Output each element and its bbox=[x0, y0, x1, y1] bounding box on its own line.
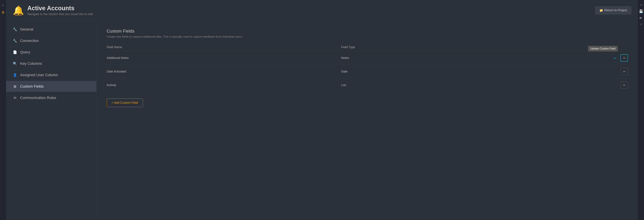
field-action-cell: → Update Custom Field ✏ bbox=[576, 51, 628, 65]
forward-icon[interactable]: ▶ bbox=[640, 16, 642, 20]
header: 🔔 Active Accounts Navigate to the sectio… bbox=[6, 0, 638, 20]
blue-arrow-annotation: → bbox=[612, 55, 617, 61]
add-custom-field-button[interactable]: + Add Custom Field bbox=[107, 99, 143, 107]
main-wrapper: 🔔 Active Accounts Navigate to the sectio… bbox=[6, 0, 638, 220]
section-header: Custom Fields Create new fields to captu… bbox=[107, 29, 628, 39]
wrench-icon: 🔧 bbox=[13, 27, 17, 31]
sidebar-item-label: Communication Rules bbox=[20, 96, 56, 100]
sidebar-item-key-columns[interactable]: 🔍 Key Columns bbox=[6, 58, 96, 69]
app-title: Active Accounts bbox=[27, 5, 94, 12]
custom-fields-table: Field Name Field Type Additional Notes N… bbox=[107, 44, 628, 92]
left-sidebar-strip: » ⊕ bbox=[0, 0, 6, 220]
section-description: Create new fields to capture additional … bbox=[107, 35, 628, 39]
header-text: Active Accounts Navigate to the section … bbox=[27, 5, 94, 16]
user-icon: 👤 bbox=[13, 73, 17, 77]
sidebar-item-query[interactable]: 📄 Query bbox=[6, 47, 96, 58]
wrench-icon-connection: 🔧 bbox=[13, 39, 17, 43]
sidebar-item-label: Connection bbox=[20, 39, 39, 43]
section-title: Custom Fields bbox=[107, 29, 628, 34]
edit-icon: ✏ bbox=[623, 84, 626, 87]
sidebar-item-label: Custom Fields bbox=[20, 84, 44, 89]
table-header-row: Field Name Field Type bbox=[107, 44, 628, 51]
field-type-header: Field Type bbox=[341, 44, 576, 51]
edit-field-button-2[interactable]: ✏ bbox=[620, 68, 628, 75]
table-icon: ⊞ bbox=[13, 84, 17, 88]
return-button-label: Return to Project bbox=[604, 9, 627, 12]
sidebar-item-custom-fields[interactable]: ⊞ Custom Fields bbox=[6, 81, 96, 92]
edit-icon: ✏ bbox=[623, 56, 626, 60]
sidebar-item-label: Assigned User Column bbox=[20, 73, 58, 77]
email-icon: ✉ bbox=[13, 96, 17, 100]
bell-icon: 🔔 bbox=[13, 6, 24, 15]
table-header: Field Name Field Type bbox=[107, 44, 628, 51]
sidebar-item-communication-rules[interactable]: ✉ Communication Rules bbox=[6, 92, 96, 103]
expand-icon[interactable]: » bbox=[2, 3, 4, 7]
field-type-cell: Notes bbox=[341, 51, 576, 65]
field-type-cell: List bbox=[341, 78, 576, 92]
field-name-cell: Date Activated bbox=[107, 65, 341, 78]
app-subtitle: Navigate to the section that you would l… bbox=[27, 13, 94, 16]
tooltip-wrapper: Update Custom Field ✏ bbox=[620, 54, 628, 62]
main-panel: Custom Fields Create new fields to captu… bbox=[96, 20, 638, 220]
field-action-cell: ✏ bbox=[576, 78, 628, 92]
sidebar-item-assigned-user-column[interactable]: 👤 Assigned User Column bbox=[6, 70, 96, 81]
sidebar-item-label: General bbox=[20, 27, 33, 32]
table-row: Additional Notes Notes → Update Custom F… bbox=[107, 51, 628, 65]
edit-icon: ✏ bbox=[623, 70, 626, 73]
field-type-cell: Date bbox=[341, 65, 576, 78]
field-name-cell: Activity bbox=[107, 78, 341, 92]
sidebar-item-label: Key Columns bbox=[20, 61, 42, 66]
table-body: Additional Notes Notes → Update Custom F… bbox=[107, 51, 628, 92]
sidebar: 🔧 General 🔧 Connection 📄 Query 🔍 Key Col… bbox=[6, 20, 96, 220]
right-sidebar-strip: ↩ 💾 ▶ « bbox=[638, 0, 644, 220]
document-icon: 📄 bbox=[13, 50, 17, 54]
content-area: 🔧 General 🔧 Connection 📄 Query 🔍 Key Col… bbox=[6, 20, 638, 220]
sidebar-item-label: Query bbox=[20, 50, 30, 54]
table-row: Activity List ✏ bbox=[107, 78, 628, 92]
key-icon: 🔍 bbox=[13, 62, 17, 66]
field-action-cell: ✏ bbox=[576, 65, 628, 78]
return-to-project-button[interactable]: 📁 Return to Project bbox=[595, 6, 631, 15]
folder-icon: 📁 bbox=[600, 9, 603, 12]
add-icon[interactable]: ⊕ bbox=[2, 10, 4, 14]
save-icon[interactable]: 💾 bbox=[639, 9, 643, 13]
edit-field-button-3[interactable]: ✏ bbox=[620, 81, 628, 89]
undo-icon[interactable]: ↩ bbox=[640, 3, 642, 7]
edit-field-button-1[interactable]: ✏ bbox=[620, 54, 628, 62]
table-row: Date Activated Date ✏ bbox=[107, 65, 628, 78]
header-left: 🔔 Active Accounts Navigate to the sectio… bbox=[13, 5, 94, 16]
field-action-header bbox=[576, 44, 628, 51]
sidebar-item-general[interactable]: 🔧 General bbox=[6, 24, 96, 35]
collapse-icon[interactable]: « bbox=[640, 22, 642, 26]
sidebar-item-connection[interactable]: 🔧 Connection bbox=[6, 35, 96, 46]
field-name-header: Field Name bbox=[107, 44, 341, 51]
field-name-cell: Additional Notes bbox=[107, 51, 341, 65]
